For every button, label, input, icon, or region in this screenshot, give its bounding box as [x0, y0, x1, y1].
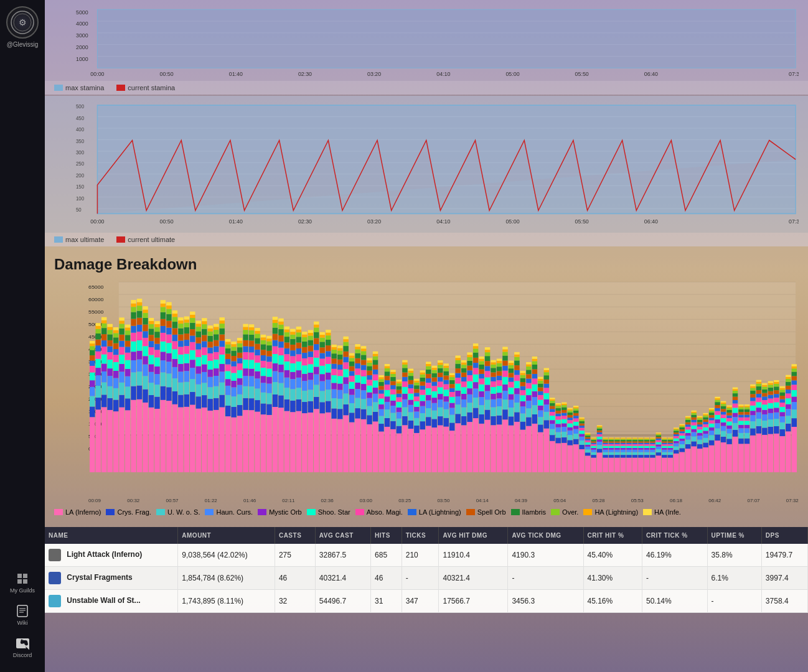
cell-hits-0: 685: [371, 544, 402, 567]
cell-ticks-0: 210: [402, 544, 439, 567]
stamina-max-legend: max stamina: [54, 84, 104, 91]
cell-avg-cast-1: 40321.4: [315, 567, 370, 590]
col-avg-cast: AVG CAST: [315, 527, 370, 544]
cell-hits-2: 31: [371, 590, 402, 613]
sidebar: ⚙ @Glevissig My Guilds Wiki Discord: [0, 0, 45, 672]
stamina-chart-svg: 5000 4000 3000 2000 1000 00:00 00:50 01:…: [76, 6, 799, 78]
legend-haun-curs: Haun. Curs.: [205, 508, 253, 516]
table-row: Crystal Fragments 1,854,784 (8.62%) 46 4…: [45, 567, 808, 590]
stamina-chart-container: 5000 4000 3000 2000 1000 00:00 00:50 01:…: [45, 0, 808, 81]
svg-text:50: 50: [76, 207, 82, 213]
sidebar-item-guilds[interactable]: My Guilds: [9, 569, 36, 596]
cell-ticks-1: -: [402, 567, 439, 590]
svg-text:4000: 4000: [76, 21, 88, 27]
svg-text:06:40: 06:40: [644, 218, 658, 225]
cell-uptime-2: -: [707, 590, 761, 613]
cell-avg-hit-0: 11910.4: [439, 544, 508, 567]
cell-ticks-2: 347: [402, 590, 439, 613]
damage-title: Damage Breakdown: [54, 256, 799, 273]
cell-avg-tick-0: 4190.3: [508, 544, 583, 567]
cell-amount-2: 1,743,895 (8.11%): [178, 590, 275, 613]
cell-dps-1: 3997.4: [761, 567, 807, 590]
cell-name-2: Unstable Wall of St...: [45, 590, 178, 613]
skill-name-0: Light Attack (Inferno): [67, 550, 142, 559]
legend-la-lightning: LA (Lightning): [408, 508, 461, 516]
svg-text:01:40: 01:40: [229, 71, 243, 77]
table-row: Unstable Wall of St... 1,743,895 (8.11%)…: [45, 590, 808, 613]
svg-text:00:50: 00:50: [160, 71, 174, 77]
cell-hits-1: 46: [371, 567, 402, 590]
svg-text:00:50: 00:50: [160, 218, 174, 225]
damage-chart-legend: LA (Inferno) Crys. Frag. U. W. o. S. Hau…: [54, 503, 799, 521]
svg-text:400: 400: [76, 127, 85, 133]
sidebar-item-wiki[interactable]: Wiki: [9, 601, 36, 628]
legend-shoo-star: Shoo. Star: [307, 508, 350, 516]
cell-avg-tick-1: -: [508, 567, 583, 590]
legend-spell-orb: Spell Orb: [466, 508, 506, 516]
cell-avg-cast-0: 32867.5: [315, 544, 370, 567]
damage-chart-container: 65000 60000 55000 50000 45000 40000 3500…: [54, 279, 799, 503]
svg-text:01:40: 01:40: [229, 218, 243, 225]
svg-text:300: 300: [76, 150, 85, 156]
svg-text:00:00: 00:00: [90, 71, 104, 77]
legend-la-inferno: LA (Inferno): [54, 508, 101, 516]
wiki-label: Wiki: [17, 620, 28, 626]
col-amount: AMOUNT: [178, 527, 275, 544]
cell-avg-hit-2: 17566.7: [439, 590, 508, 613]
col-crit-hit: CRIT HIT %: [583, 527, 642, 544]
cell-amount-0: 9,038,564 (42.02%): [178, 544, 275, 567]
ultimate-current-legend: current ultimate: [116, 236, 175, 243]
table-section: NAME AMOUNT CASTS AVG CAST HITS TICKS AV…: [45, 527, 808, 613]
damage-canvas: [88, 279, 799, 472]
cell-name-1: Crystal Fragments: [45, 567, 178, 590]
svg-text:04:10: 04:10: [436, 218, 450, 225]
svg-text:05:50: 05:50: [575, 71, 589, 77]
svg-text:450: 450: [76, 116, 85, 121]
svg-text:05:50: 05:50: [575, 218, 589, 225]
svg-text:⚙: ⚙: [19, 17, 27, 27]
svg-text:00:00: 00:00: [90, 218, 104, 225]
cell-avg-tick-2: 3456.3: [508, 590, 583, 613]
ultimate-chart-container: 500 450 400 350 300 250 200 150 100 50: [45, 96, 808, 233]
stamina-current-legend: current stamina: [116, 84, 175, 91]
svg-text:06:40: 06:40: [644, 71, 658, 77]
svg-text:150: 150: [76, 184, 85, 190]
svg-text:1000: 1000: [76, 56, 88, 62]
svg-text:05:00: 05:00: [505, 218, 519, 225]
svg-text:100: 100: [76, 196, 85, 202]
cell-crit-hit-0: 45.40%: [583, 544, 642, 567]
ultimate-chart-svg: 500 450 400 350 300 250 200 150 100 50: [76, 102, 799, 230]
svg-text:05:00: 05:00: [505, 71, 519, 77]
cell-crit-tick-2: 50.14%: [642, 590, 707, 613]
svg-text:07:30: 07:30: [789, 71, 799, 77]
ultimate-max-legend: max ultimate: [54, 236, 104, 243]
col-dps: DPS: [761, 527, 807, 544]
skill-icon-1: [49, 572, 61, 584]
svg-text:02:30: 02:30: [298, 71, 312, 77]
table-header-row: NAME AMOUNT CASTS AVG CAST HITS TICKS AV…: [45, 527, 808, 544]
legend-u-w-o-s: U. W. o. S.: [156, 508, 200, 516]
legend-over: Over.: [551, 508, 578, 516]
col-name: NAME: [45, 527, 178, 544]
damage-table: NAME AMOUNT CASTS AVG CAST HITS TICKS AV…: [45, 527, 808, 613]
svg-text:250: 250: [76, 161, 85, 167]
cell-casts-0: 275: [275, 544, 315, 567]
cell-uptime-1: 6.1%: [707, 567, 761, 590]
cell-casts-1: 46: [275, 567, 315, 590]
damage-section: Damage Breakdown 65000 60000 55000 50000…: [45, 246, 808, 527]
svg-text:02:30: 02:30: [298, 218, 312, 225]
cell-casts-2: 32: [275, 590, 315, 613]
svg-rect-3: [17, 605, 27, 617]
stamina-legend: max stamina current stamina: [45, 81, 808, 95]
legend-crys-frag: Crys. Frag.: [106, 508, 151, 516]
skill-icon-2: [49, 595, 61, 607]
svg-text:5000: 5000: [76, 9, 88, 15]
cell-uptime-0: 35.8%: [707, 544, 761, 567]
svg-text:03:20: 03:20: [367, 71, 381, 77]
user-avatar: ⚙: [6, 6, 39, 39]
sidebar-item-discord[interactable]: Discord: [9, 633, 36, 661]
svg-text:200: 200: [76, 173, 85, 179]
cell-avg-cast-2: 54496.7: [315, 590, 370, 613]
svg-text:3000: 3000: [76, 32, 88, 39]
guilds-label: My Guilds: [10, 587, 35, 594]
